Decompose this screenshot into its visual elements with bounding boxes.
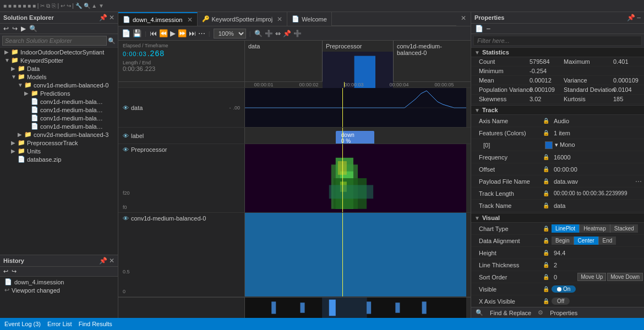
tree-item-units[interactable]: ▶ 📁 Units <box>0 147 118 155</box>
search-input[interactable] <box>2 36 107 46</box>
tree-item-conv1d[interactable]: ▼ 📁 conv1d-medium-balanced-0 <box>0 81 118 89</box>
find-replace-link[interactable]: Find & Replace <box>490 310 531 316</box>
zoom-out-icon[interactable]: 🔍 <box>254 30 263 37</box>
eye-icon[interactable]: 👁 <box>123 146 129 153</box>
tree-item-preproc2[interactable]: 📄 conv1d-medium-balanced-0_preproces... <box>0 122 118 130</box>
se-icon4[interactable]: 🔍 <box>28 25 39 32</box>
transport-icon2[interactable]: 💾 <box>133 29 141 37</box>
visible-toggle[interactable]: On <box>552 285 576 293</box>
tree-item-minmax[interactable]: 📄 conv1d-medium-balanced-0_min_max... <box>0 106 118 114</box>
chart-type-stacked[interactable]: Stacked <box>610 224 638 233</box>
zoom-select[interactable]: 100%50%200% <box>214 29 246 38</box>
props-pin-icon[interactable]: 📌 <box>627 14 635 21</box>
data-track-scrollbar[interactable] <box>466 88 471 127</box>
history-item-viewport[interactable]: ↩ Viewport changed <box>0 286 118 294</box>
preprocessor-track-scrollbar[interactable] <box>466 144 471 212</box>
tree-item-database[interactable]: 📄 database.zip <box>0 155 118 163</box>
tree-item-preproc1[interactable]: 📄 conv1d-medium-balanced-0_preproces... <box>0 114 118 122</box>
properties-link[interactable]: Properties <box>550 310 577 316</box>
history-item-session[interactable]: 📄 down_4.imsession <box>0 278 118 286</box>
ruler-ticks[interactable]: 00:00:01 00:00:02 00:00:03 00:00:04 00:0… <box>245 82 471 87</box>
tree-item-predictions[interactable]: ▶ 📁 Predictions <box>0 89 118 97</box>
tree-label: PreprocessorTrack <box>27 140 78 146</box>
error-list-link[interactable]: Error List <box>47 321 72 327</box>
find-results-link[interactable]: Find Results <box>79 321 112 327</box>
fit-icon[interactable]: ⇔ <box>275 30 281 37</box>
align-begin[interactable]: Begin <box>552 237 574 245</box>
se-close-icon[interactable]: ✕ <box>109 14 114 21</box>
preprocessor-track-content[interactable] <box>245 144 466 212</box>
se-pin-icon[interactable]: 📌 <box>99 14 107 21</box>
segment-headers: data Preprocessor <box>245 41 471 81</box>
history-pin-icon[interactable]: 📌 <box>99 257 107 265</box>
tab-session[interactable]: 📄 down_4.imsession ✕ <box>118 12 198 26</box>
ellipsis-btn[interactable]: ⋯ <box>633 178 644 185</box>
conv1d-track-content[interactable] <box>245 213 466 296</box>
skip-forward-icon[interactable]: ⏭ <box>189 29 196 37</box>
visual-section-header[interactable]: ▼ Visual <box>471 213 644 223</box>
play-icon[interactable]: ▶ <box>170 29 176 37</box>
transport-icon1[interactable]: 📄 <box>122 29 130 37</box>
search-icon[interactable]: 🔍 <box>108 37 116 45</box>
redo-icon[interactable]: ↪ <box>10 268 18 275</box>
filter-input[interactable] <box>473 36 642 46</box>
fast-forward-icon[interactable]: ⏩ <box>178 29 187 37</box>
conv1d-track-scrollbar[interactable] <box>466 213 471 296</box>
conv1d-viz <box>245 213 466 296</box>
tab-close-icon[interactable]: ✕ <box>187 16 193 24</box>
pin-icon[interactable]: 📌 <box>283 30 291 37</box>
data-track-content[interactable] <box>245 88 466 127</box>
zoom-in-icon[interactable]: ➕ <box>265 30 273 37</box>
tree-item-data[interactable]: ▶ 📁 Data <box>0 64 118 73</box>
tab-improj[interactable]: 🔑 KeywordSpotter.improj ✕ <box>198 12 288 26</box>
statistics-section-header[interactable]: ▼ Statistics <box>471 48 644 57</box>
move-up-btn[interactable]: Move Up <box>577 273 606 281</box>
se-icon2[interactable]: ↪ <box>11 25 19 32</box>
align-center[interactable]: Center <box>574 237 598 245</box>
tab-welcome[interactable]: 📄 Welcome <box>287 12 332 26</box>
chart-type-lineplot[interactable]: LinePlot <box>552 224 579 233</box>
props-icon1[interactable]: 📄 <box>473 25 485 32</box>
prop-height: Height 🔒 94.4 <box>471 247 644 259</box>
eye-icon[interactable]: 👁 <box>123 105 129 111</box>
data-segment-label: data <box>248 43 260 50</box>
tree-item-h5[interactable]: 📄 conv1d-medium-balanced-0.h5 <box>0 97 118 106</box>
mini-timeline-scrollbar[interactable] <box>466 298 471 318</box>
props-close-icon[interactable]: – <box>637 14 641 21</box>
tree-item-indooroutdoor[interactable]: ▶ 📁 IndoorOutdoorDetectorSyntiant <box>0 48 118 56</box>
track-section-header[interactable]: ▼ Track <box>471 105 644 115</box>
undo-icon[interactable]: ↩ <box>2 268 9 275</box>
length-ms: .223 <box>144 65 155 72</box>
label-track-scrollbar[interactable] <box>466 128 471 144</box>
history-close-icon[interactable]: ✕ <box>109 257 114 265</box>
props-filter-row <box>471 34 644 48</box>
tree-item-keywordspotter[interactable]: ▼ 📁 KeywordSpotter <box>0 56 118 64</box>
skip-back-icon[interactable]: ⏮ <box>150 29 157 37</box>
se-icon1[interactable]: ↩ <box>2 25 10 32</box>
color-swatch[interactable] <box>545 141 553 149</box>
chart-type-heatmap[interactable]: Heatmap <box>579 224 610 233</box>
align-end[interactable]: End <box>598 237 616 245</box>
more-controls-icon[interactable]: ⋯ <box>198 29 205 37</box>
label-track-label: 👁 label <box>118 128 245 144</box>
add-icon[interactable]: ➕ <box>293 30 302 37</box>
svg-rect-15 <box>301 302 305 313</box>
xaxis-toggle[interactable]: Off <box>552 298 570 305</box>
rewind-icon[interactable]: ⏪ <box>159 29 168 37</box>
tree-item-conv2d[interactable]: ▶ 📁 conv2d-medium-balanced-3 <box>0 130 118 139</box>
tree-item-models[interactable]: ▼ 📁 Models <box>0 73 118 81</box>
tab-bar-close-icon[interactable]: ✕ <box>456 12 471 26</box>
se-icon3[interactable]: ▶ <box>20 25 27 32</box>
label-track-content[interactable]: down 0 % <box>245 128 466 144</box>
tab-close-icon[interactable]: ✕ <box>277 15 282 23</box>
move-down-btn[interactable]: Move Down <box>607 273 643 281</box>
eye-icon[interactable]: 👁 <box>123 133 129 139</box>
conv1d-label: conv1d-medium-balanced-0 <box>397 43 467 56</box>
event-log-link[interactable]: Event Log (3) <box>4 321 41 327</box>
tree-item-preprocessortrack[interactable]: ▶ 📁 PreprocessorTrack <box>0 139 118 147</box>
tree-label: conv1d-medium-balanced-0 <box>34 82 108 89</box>
mini-timeline-content[interactable] <box>245 298 466 318</box>
props-icon2[interactable]: – <box>485 25 492 32</box>
file-icon: 📄 <box>31 106 39 113</box>
eye-icon[interactable]: 👁 <box>123 215 129 222</box>
